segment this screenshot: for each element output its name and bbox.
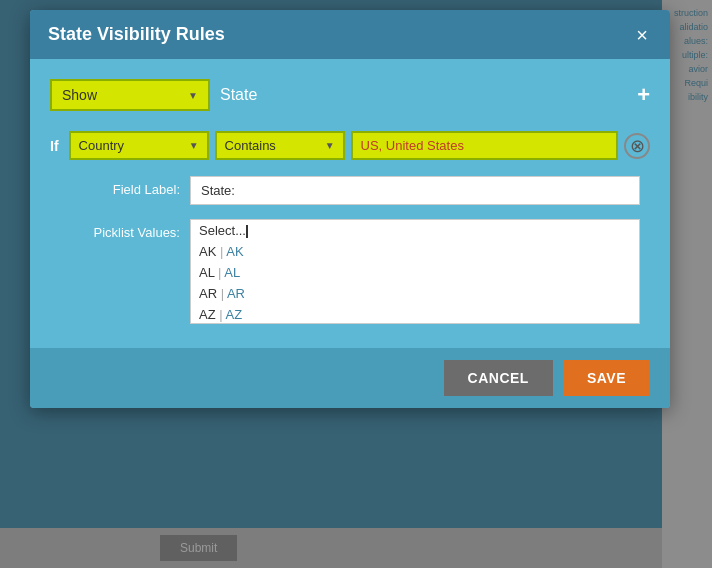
picklist-row: Picklist Values: Select... AK | AK AL | …: [60, 219, 640, 324]
remove-condition-button[interactable]: ⊗: [624, 133, 650, 159]
show-dropdown-label: Show: [62, 87, 97, 103]
modal-overlay: State Visibility Rules × Show ▼ State + …: [0, 0, 712, 568]
modal-title: State Visibility Rules: [48, 24, 225, 45]
picklist-item-az[interactable]: AZ | AZ: [191, 304, 639, 324]
picklist-item-al[interactable]: AL | AL: [191, 262, 639, 283]
picklist-item-ak[interactable]: AK | AK: [191, 241, 639, 262]
value-field[interactable]: US, United States: [351, 131, 618, 160]
pipe-icon: |: [214, 265, 224, 280]
form-section: Field Label: Picklist Values: Select... …: [50, 176, 650, 324]
show-dropdown[interactable]: Show ▼: [50, 79, 210, 111]
al-value: AL: [224, 265, 240, 280]
field-label-text: Field Label:: [60, 176, 180, 197]
if-row: If Country ▼ Contains ▼ US, United State…: [50, 131, 650, 160]
az-value: AZ: [226, 307, 243, 322]
pipe-icon: |: [216, 307, 226, 322]
country-dropdown-arrow-icon: ▼: [189, 140, 199, 151]
if-label: If: [50, 138, 59, 154]
country-dropdown[interactable]: Country ▼: [69, 131, 209, 160]
picklist-item-ar[interactable]: AR | AR: [191, 283, 639, 304]
save-button[interactable]: SAVE: [563, 360, 650, 396]
pipe-icon: |: [216, 244, 226, 259]
contains-dropdown-label: Contains: [225, 138, 276, 153]
picklist-select-text: Select...: [199, 223, 246, 238]
ar-value: AR: [227, 286, 245, 301]
show-row: Show ▼ State +: [50, 79, 650, 111]
cursor: [246, 225, 248, 238]
pipe-icon: |: [217, 286, 227, 301]
modal-close-button[interactable]: ×: [632, 25, 652, 45]
country-dropdown-label: Country: [79, 138, 125, 153]
contains-dropdown[interactable]: Contains ▼: [215, 131, 345, 160]
ak-value: AK: [226, 244, 243, 259]
picklist-label-text: Picklist Values:: [60, 219, 180, 240]
field-label-row: Field Label:: [60, 176, 640, 205]
picklist-container[interactable]: Select... AK | AK AL | AL AR | AR AZ | A: [190, 219, 640, 324]
modal-dialog: State Visibility Rules × Show ▼ State + …: [30, 10, 670, 408]
show-dropdown-arrow-icon: ▼: [188, 90, 198, 101]
modal-body: Show ▼ State + If Country ▼ Contains ▼ U…: [30, 59, 670, 348]
picklist-item-select[interactable]: Select...: [191, 220, 639, 241]
modal-footer: CANCEL SAVE: [30, 348, 670, 408]
field-label-input[interactable]: [190, 176, 640, 205]
state-label: State: [220, 86, 257, 104]
cancel-button[interactable]: CANCEL: [444, 360, 553, 396]
modal-header: State Visibility Rules ×: [30, 10, 670, 59]
contains-dropdown-arrow-icon: ▼: [325, 140, 335, 151]
add-rule-button[interactable]: +: [637, 82, 650, 108]
